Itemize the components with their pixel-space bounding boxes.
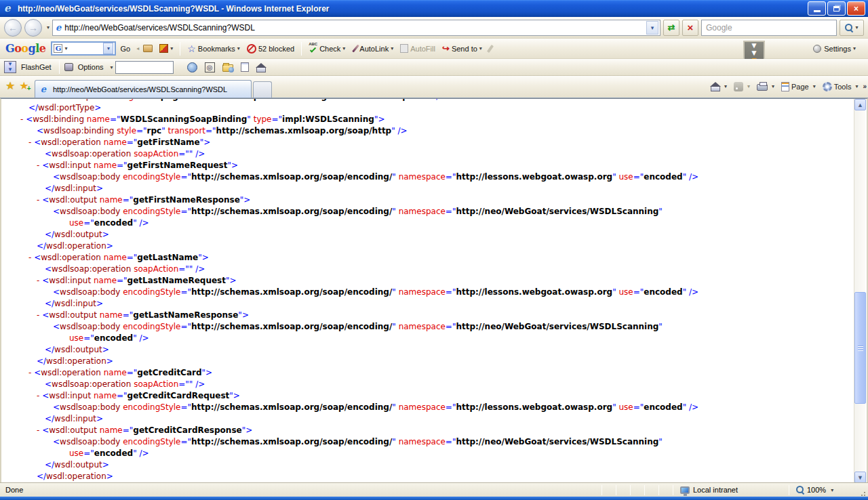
options-dropdown[interactable]: ▾ [111, 64, 113, 70]
google-search-input[interactable]: G ▾ ▾ [51, 41, 116, 56]
new-tab-button[interactable] [253, 81, 272, 98]
flashget-sites-button[interactable] [220, 61, 236, 73]
collapse-toggle[interactable]: - [28, 253, 34, 262]
minimize-button[interactable] [808, 1, 826, 16]
xml-token: =" [83, 333, 94, 343]
xml-token: =" [446, 172, 456, 182]
address-url[interactable]: http://neo/WebGoat/services/WSDLScanning… [64, 23, 646, 33]
flashget-links-button[interactable] [238, 61, 252, 73]
xml-token: encoded [644, 172, 682, 182]
stop-button[interactable]: × [682, 20, 698, 36]
collapse-toggle[interactable]: - [28, 138, 34, 147]
collapse-toggle[interactable]: - [28, 368, 34, 377]
collapse-toggle[interactable]: - [37, 391, 42, 400]
pagerank-dropdown[interactable]: ▾ [170, 45, 173, 51]
google-search-history-dropdown[interactable]: ▾ [103, 43, 113, 54]
search-input[interactable]: Google [701, 20, 837, 36]
active-tab[interactable]: e http://neo/WebGoat/services/WSDLScanni… [35, 80, 252, 98]
scrollbar-thumb[interactable] [854, 292, 866, 404]
xml-token: < [45, 379, 52, 389]
settings-dropdown[interactable]: ▾ [853, 45, 856, 51]
autolink-dropdown[interactable]: ▾ [391, 45, 393, 51]
sendto-dropdown[interactable]: ▾ [479, 45, 482, 51]
bookmarks-label: Bookmarks [198, 45, 235, 53]
favorites-center-button[interactable]: ★ [5, 79, 15, 92]
forward-button[interactable]: → [24, 19, 42, 37]
back-button[interactable]: ← [4, 19, 22, 37]
ie-page-icon: e [56, 22, 61, 33]
xml-token: =" [446, 437, 456, 446]
google-go-button[interactable]: Go [117, 43, 133, 54]
resize-grip[interactable] [857, 485, 867, 495]
google-news-button[interactable] [140, 43, 155, 54]
address-field[interactable]: e http://neo/WebGoat/services/WSDLScanni… [52, 20, 660, 36]
xml-token: " /> [133, 218, 149, 228]
flashget-input[interactable] [115, 61, 174, 74]
refresh-button[interactable]: ⇄ [663, 20, 679, 36]
status-pane-separator [616, 485, 616, 495]
xml-token: encodingStyle [123, 172, 180, 182]
home-dropdown[interactable]: ▾ [724, 83, 727, 89]
xml-line: - <wsdl:input name="getFirstNameRequest"… [1, 160, 856, 171]
xml-token: wsdl:output [54, 345, 102, 354]
printer-icon [757, 84, 768, 91]
search-options-dropdown[interactable]: ▾ [855, 24, 858, 30]
page-dropdown[interactable]: ▾ [813, 83, 816, 89]
tools-dropdown[interactable]: ▾ [855, 83, 858, 89]
xml-token: < [42, 391, 49, 400]
print-button[interactable]: ▾ [755, 81, 776, 92]
sendto-button[interactable]: ↪ Send to ▾ [439, 42, 485, 55]
zoom-control[interactable]: 100% ▾ [796, 486, 857, 494]
xml-token: > [102, 345, 109, 354]
recent-pages-dropdown[interactable]: ▾ [47, 24, 50, 30]
settings-button[interactable]: Settings ▾ [810, 43, 859, 54]
flashget-icon[interactable]: ▼▼ [4, 61, 16, 73]
zoom-dropdown[interactable]: ▾ [831, 487, 833, 493]
flashget-label[interactable]: FlashGet [18, 62, 54, 72]
flashget-target-button[interactable]: ◎ [202, 61, 218, 74]
xml-token: http://schemas.xmlsoap.org/soap/encoding… [191, 437, 392, 446]
search-button[interactable]: ▾ [840, 20, 864, 36]
collapse-toggle[interactable]: - [37, 195, 42, 205]
xml-token: wsdl:portType [38, 103, 94, 112]
xml-token: wsdl:output [49, 425, 97, 435]
flashget-options-button[interactable]: Options [75, 62, 106, 72]
page-menu-button[interactable]: Page ▾ [779, 81, 818, 93]
highlighter-button[interactable] [486, 43, 494, 54]
xml-token: " [658, 437, 663, 446]
spellcheck-button[interactable]: ABC Check ▾ [306, 42, 348, 56]
google-pagerank-button[interactable]: ▾ [157, 43, 176, 54]
google-search-type-dropdown[interactable]: ▾ [64, 45, 67, 51]
collapse-toggle[interactable]: - [37, 425, 42, 435]
flashget-home-button[interactable] [254, 61, 269, 74]
add-favorite-button[interactable]: ★ [19, 79, 28, 92]
close-button[interactable]: × [847, 1, 865, 16]
xml-token: wsdl:output [49, 195, 97, 205]
print-dropdown[interactable]: ▾ [772, 83, 774, 89]
popup-blocked-icon [247, 44, 256, 54]
collapse-toggle[interactable]: - [37, 276, 42, 285]
news-icon [143, 45, 153, 52]
xml-token: </ [45, 460, 54, 470]
xml-token: namespace [399, 207, 446, 216]
home-button[interactable]: ▾ [709, 80, 729, 93]
scroll-up-button[interactable]: ▲ [854, 99, 866, 110]
tools-menu-button[interactable]: Tools ▾ [821, 81, 861, 93]
collapse-toggle[interactable]: - [37, 161, 42, 170]
restore-button[interactable] [827, 1, 846, 16]
collapse-toggle[interactable]: - [20, 114, 26, 124]
check-dropdown[interactable]: ▾ [342, 45, 345, 51]
bookmarks-button[interactable]: ☆ Bookmarks ▾ [184, 42, 243, 56]
xml-token: wsdl:operation [46, 356, 106, 366]
vertical-scrollbar[interactable]: ▲ ▼ [854, 99, 865, 482]
scroll-down-button[interactable]: ▼ [854, 472, 866, 482]
bookmarks-dropdown[interactable]: ▾ [237, 45, 240, 51]
flashget-search-button[interactable] [184, 61, 200, 74]
xml-token: < [34, 368, 41, 377]
collapse-toggle[interactable]: - [37, 310, 42, 320]
autolink-button[interactable]: AutoLink ▾ [349, 43, 396, 54]
command-overflow-button[interactable]: » [863, 83, 865, 90]
address-dropdown[interactable]: ▾ [646, 21, 658, 35]
popup-blocker-button[interactable]: 52 blocked [244, 43, 297, 55]
xml-token: =" [633, 287, 644, 297]
